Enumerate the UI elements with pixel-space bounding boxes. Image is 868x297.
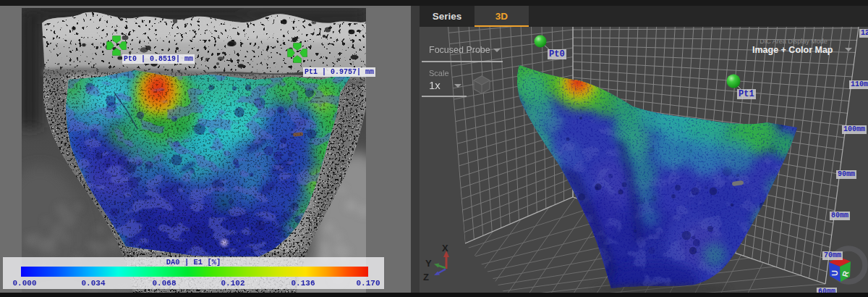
svg-text:U: U: [830, 270, 839, 276]
svg-text:Z: Z: [423, 272, 429, 283]
svg-text:X: X: [442, 243, 448, 254]
svg-text:Y: Y: [425, 258, 432, 269]
